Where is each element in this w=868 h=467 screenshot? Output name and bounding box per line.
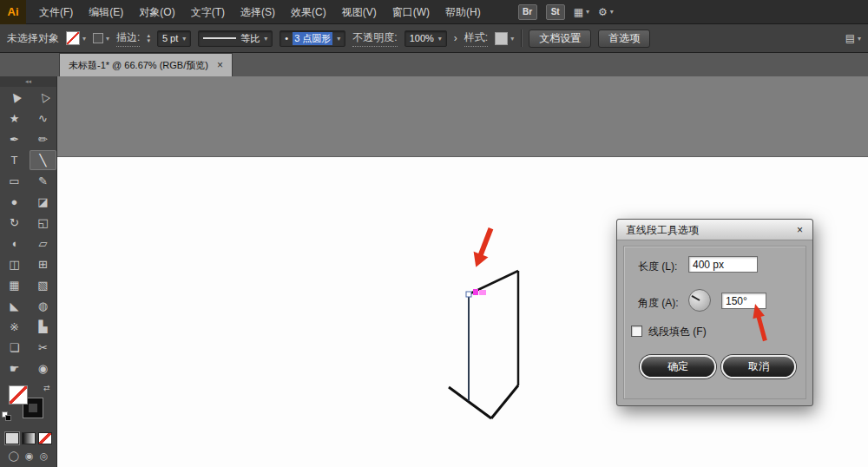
rotate-tool-icon: ↻ [10,216,19,229]
brush-definition-dropdown[interactable]: • 3 点圆形 ▾ [279,30,345,47]
length-input[interactable] [688,256,758,273]
tools-panel-collapse-icon[interactable]: ◂◂ [0,76,56,87]
eyedropper-tool[interactable]: ◣ [1,296,28,316]
cancel-button[interactable]: 取消 [721,355,796,378]
menu-item-file[interactable]: 文件(F) [31,0,81,24]
artboard-tool[interactable]: ❏ [1,338,28,358]
scale-tool[interactable]: ◱ [30,213,56,233]
shape-builder-tool[interactable]: ◫ [1,254,28,274]
anchor-highlight [466,289,486,297]
dialog-close-icon[interactable]: × [793,223,806,236]
eraser-tool[interactable]: ◪ [30,192,56,212]
fill-proxy-dropdown[interactable]: ▾ [93,33,109,43]
line-segment-tool[interactable]: ╲ [30,150,56,170]
width-tool-icon: ◖ [11,237,18,250]
magic-wand-tool[interactable]: ★ [1,109,28,128]
free-transform-tool-icon: ▱ [39,237,48,250]
perspective-grid-tool-icon: ⊞ [38,258,48,271]
stroke-weight-dropdown[interactable]: 5 pt ▾ [157,30,191,47]
column-graph-tool[interactable]: ▙ [30,317,56,337]
default-stroke-icon [5,415,11,421]
hand-tool[interactable]: ☛ [1,358,28,378]
color-mode-buttons [0,432,56,444]
document-setup-button[interactable]: 文档设置 [529,30,591,48]
opacity-panel-link[interactable]: 不透明度: [352,30,397,47]
width-profile-dropdown[interactable]: 等比 ▾ [198,30,273,47]
opacity-dropdown[interactable]: 100% ▾ [404,30,447,47]
document-tab-title: 未标题-1* @ 66.67% (RGB/预览) [69,59,208,72]
stroke-weight-stepper[interactable]: ▴ ▾ [147,33,150,43]
direct-selection-tool[interactable]: ▷ [30,88,56,108]
menu-item-object[interactable]: 对象(O) [131,0,182,24]
width-tool[interactable]: ◖ [1,234,28,253]
none-button[interactable] [38,432,52,444]
menu-item-type[interactable]: 文字(T) [183,0,233,24]
menu-item-help[interactable]: 帮助(H) [437,0,489,24]
type-tool[interactable]: T [1,150,28,170]
bridge-badge[interactable]: Br [518,4,537,20]
opacity-flyout-icon[interactable]: › [454,32,457,44]
angle-dial[interactable] [688,289,711,312]
brush-bullet-icon: • [285,33,288,43]
control-panel-menu[interactable]: ▤ ▾ [845,32,861,44]
fill-line-checkbox[interactable] [631,326,642,337]
menu-item-window[interactable]: 窗口(W) [385,0,437,24]
selection-tool-icon: ▶ [6,90,22,105]
draw-behind-button[interactable]: ◉ [25,451,34,462]
perspective-grid-tool[interactable]: ⊞ [30,254,56,274]
style-dropdown[interactable]: ▾ [495,32,514,45]
fill-proxy-icon [93,33,103,43]
swap-fill-stroke-icon[interactable]: ⇄ [43,384,50,392]
stroke-color-dropdown[interactable]: ▾ [66,31,86,45]
draw-normal-button[interactable]: ◯ [9,451,19,462]
chevron-down-icon: ▾ [337,35,340,43]
column-graph-tool-icon: ▙ [39,320,48,333]
uniform-profile-icon [203,37,236,39]
fill-swatch-none[interactable] [9,385,28,405]
blend-tool[interactable]: ◍ [30,296,56,316]
workspace-switcher[interactable]: ⚙ ▾ [598,6,614,18]
free-transform-tool[interactable]: ▱ [30,234,56,253]
pen-tool-icon: ✒ [10,133,19,146]
eraser-tool-icon: ◪ [37,195,48,208]
menu-item-edit[interactable]: 编辑(E) [81,0,131,24]
chevron-down-icon: ▾ [106,35,109,43]
selection-tool[interactable]: ▶ [1,88,28,108]
default-fill-stroke-icon[interactable] [2,411,12,422]
slice-tool[interactable]: ✂ [30,338,56,358]
symbol-sprayer-tool[interactable]: ※ [1,317,28,337]
artboard-tool-icon: ❏ [10,341,20,354]
tab-close-icon[interactable]: × [217,60,223,70]
stock-badge[interactable]: St [546,4,565,20]
menubar-right-icons: Br St ▦ ▾ ⚙ ▾ [518,4,614,20]
ok-button[interactable]: 确定 [640,355,716,378]
dialog-title: 直线段工具选项 [617,220,812,240]
document-tab[interactable]: 未标题-1* @ 66.67% (RGB/预览) × [59,53,233,76]
arrange-documents-dropdown[interactable]: ▦ ▾ [574,6,589,18]
stroke-panel-link[interactable]: 描边: [116,30,140,47]
zoom-tool[interactable]: ◉ [30,358,56,378]
panel-menu-icon: ▤ [845,32,855,44]
style-panel-link[interactable]: 样式: [464,30,488,47]
toolbar-tools: ▶▷★∿✒✏T╲▭✎●◪↻◱◖▱◫⊞▦▧◣◍※▙❏✂☛◉ [0,87,56,378]
rotate-tool[interactable]: ↻ [1,213,28,233]
gradient-tool[interactable]: ▧ [30,275,56,295]
divider [521,30,522,47]
none-color-swatch-icon [66,31,80,45]
pencil-tool[interactable]: ✏ [30,129,56,149]
draw-inside-button[interactable]: ◎ [40,451,49,462]
menu-item-select[interactable]: 选择(S) [233,0,283,24]
length-label: 长度 (L): [638,260,677,274]
mesh-tool[interactable]: ▦ [1,275,28,295]
gradient-button[interactable] [22,432,36,444]
blob-brush-tool[interactable]: ● [1,192,28,212]
paintbrush-tool[interactable]: ✎ [30,171,56,191]
color-button[interactable] [5,432,19,444]
menu-item-view[interactable]: 视图(V) [334,0,385,24]
menu-item-effect[interactable]: 效果(C) [283,0,334,24]
rectangle-tool[interactable]: ▭ [1,171,28,191]
lasso-tool[interactable]: ∿ [30,109,56,128]
pen-tool[interactable]: ✒ [1,129,28,149]
preferences-button[interactable]: 首选项 [598,30,650,48]
zoom-tool-icon: ◉ [38,362,48,375]
